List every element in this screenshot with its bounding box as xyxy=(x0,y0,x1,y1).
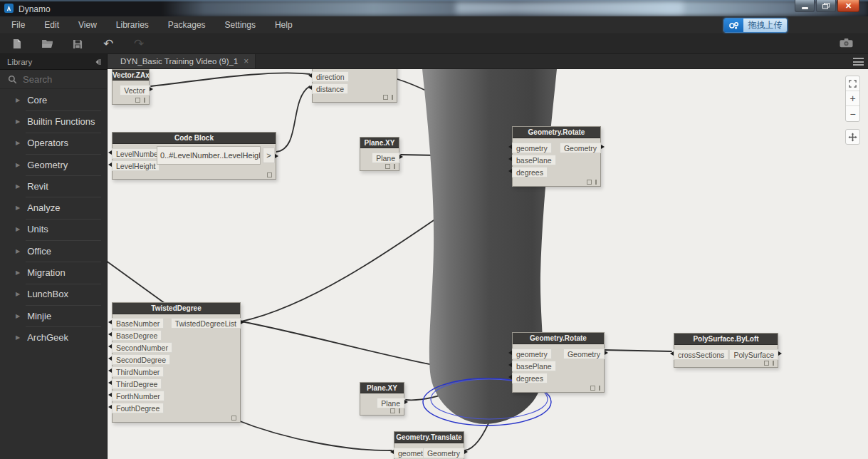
sidebar-item-archgeek[interactable]: ▶ArchGeek xyxy=(0,326,107,348)
zoom-in-button[interactable]: + xyxy=(846,91,859,106)
menu-settings[interactable]: Settings xyxy=(225,20,256,30)
sidebar-item-office[interactable]: ▶Office xyxy=(0,240,107,262)
node-translate-top[interactable]: directiondistance xyxy=(312,69,397,103)
sidebar-item-migration[interactable]: ▶Migration xyxy=(0,262,107,283)
open-button[interactable] xyxy=(41,38,53,51)
code-block-output-port[interactable]: > xyxy=(263,148,275,163)
preview-toggle-icon[interactable] xyxy=(764,361,769,366)
input-port[interactable]: FouthDegree xyxy=(112,401,172,412)
input-port[interactable]: ForthNumber xyxy=(112,389,172,400)
node-geometry-rotate-2[interactable]: Geometry.Rotate geometrybasePlanedegrees… xyxy=(512,332,605,393)
input-port[interactable]: geometry xyxy=(512,347,556,358)
dynamo-logo-icon xyxy=(4,3,14,16)
output-port[interactable]: Plane xyxy=(377,396,404,407)
wire[interactable] xyxy=(151,73,310,86)
undo-button[interactable]: ↶ xyxy=(102,38,115,51)
input-port[interactable]: direction xyxy=(312,70,349,81)
output-port[interactable]: Geometry xyxy=(563,347,605,358)
wire[interactable] xyxy=(604,350,671,351)
pan-button[interactable] xyxy=(845,129,860,145)
menu-file[interactable]: File xyxy=(11,20,25,30)
port-label: Vector xyxy=(120,85,150,96)
search-input[interactable] xyxy=(23,74,94,85)
node-code-block[interactable]: Code Block LevelNumberLevelHeight 0..#Le… xyxy=(112,132,276,180)
input-port[interactable]: SecondDegree xyxy=(112,353,172,363)
input-port[interactable]: crossSections xyxy=(674,348,728,359)
input-port[interactable]: BaseDegree xyxy=(112,329,172,339)
wire[interactable] xyxy=(276,86,310,152)
wire[interactable] xyxy=(234,419,392,450)
node-footer xyxy=(764,361,774,366)
zoom-out-button[interactable]: − xyxy=(846,106,859,121)
node-vector-zaxis[interactable]: Vector.ZAxis Vector xyxy=(112,69,150,105)
preview-toggle-icon[interactable] xyxy=(231,416,236,421)
library-panel-title: Library xyxy=(7,58,94,66)
sidebar-item-units[interactable]: ▶Units xyxy=(0,219,107,240)
input-port[interactable]: distance xyxy=(312,82,349,93)
close-button[interactable]: ✕ xyxy=(837,0,859,12)
input-port[interactable]: basePlane xyxy=(512,153,556,164)
input-port[interactable]: SecondNumber xyxy=(112,341,172,351)
node-geometry-rotate-1[interactable]: Geometry.Rotate geometrybasePlanedegrees… xyxy=(512,126,601,187)
node-twisted-degree[interactable]: TwistedDegree BaseNumberBaseDegreeSecond… xyxy=(112,302,241,423)
output-port[interactable]: PolySurface xyxy=(729,348,778,359)
preview-toggle-icon[interactable] xyxy=(135,98,140,103)
input-port[interactable]: degrees xyxy=(512,371,556,382)
collapse-panel-icon[interactable] xyxy=(94,56,101,68)
node-plane-xy-2[interactable]: Plane.XY Plane xyxy=(360,382,404,416)
port-label: Plane xyxy=(377,398,404,408)
node-title: TwistedDegree xyxy=(113,303,240,314)
export-image-button[interactable] xyxy=(840,38,853,51)
input-port[interactable]: BaseNumber xyxy=(112,316,172,327)
fit-view-button[interactable] xyxy=(846,76,859,91)
menu-libraries[interactable]: Libraries xyxy=(116,20,149,30)
drag-upload-button[interactable]: 拖拽上传 xyxy=(743,19,787,32)
preview-toggle-icon[interactable] xyxy=(383,95,388,100)
input-port[interactable]: degrees xyxy=(512,165,556,176)
sidebar-item-geometry[interactable]: ▶Geometry xyxy=(0,154,107,175)
input-port[interactable]: basePlane xyxy=(512,359,556,370)
preview-toggle-icon[interactable] xyxy=(590,386,595,391)
menu-edit[interactable]: Edit xyxy=(44,20,59,30)
sidebar-item-lunchbox[interactable]: ▶LunchBox xyxy=(0,284,107,305)
preview-toggle-icon[interactable] xyxy=(390,408,395,413)
menu-packages[interactable]: Packages xyxy=(168,20,206,30)
preview-toggle-icon[interactable] xyxy=(385,164,390,169)
close-tab-icon[interactable]: × xyxy=(244,57,249,66)
sidebar-item-builtin-functions[interactable]: ▶Builtin Functions xyxy=(0,110,107,132)
input-port[interactable]: geometry xyxy=(512,141,556,152)
save-button[interactable] xyxy=(71,38,84,51)
sidebar-item-operators[interactable]: ▶Operators xyxy=(0,133,107,154)
preview-toggle-icon[interactable] xyxy=(267,172,272,177)
menu-help[interactable]: Help xyxy=(275,20,293,30)
input-port[interactable]: ThirdNumber xyxy=(112,365,172,376)
workspace-menu-icon[interactable] xyxy=(853,58,864,66)
preview-toggle-icon[interactable] xyxy=(587,180,592,185)
wire[interactable] xyxy=(108,259,170,307)
node-polysurface-byloft[interactable]: PolySurface.ByLoft crossSections PolySur… xyxy=(674,333,778,368)
input-port[interactable]: ThirdDegree xyxy=(112,377,172,388)
output-port[interactable]: Vector xyxy=(120,83,150,94)
restore-button[interactable] xyxy=(816,0,836,12)
sidebar-item-analyze[interactable]: ▶Analyze xyxy=(0,197,107,218)
tab-dyn-basic-training[interactable]: DYN_Basic Training Video (9)_1 × xyxy=(108,54,256,68)
save-icon xyxy=(73,39,83,49)
code-block-editor[interactable]: 0..#LevelNumber..LevelHeight; xyxy=(157,146,261,165)
output-port[interactable]: Plane xyxy=(372,151,399,162)
redo-button[interactable]: ↷ xyxy=(132,38,145,51)
new-file-button[interactable] xyxy=(10,38,23,51)
sidebar-item-core[interactable]: ▶Core xyxy=(0,89,107,110)
menu-view[interactable]: View xyxy=(78,20,97,30)
sidebar-item-minjie[interactable]: ▶Minjie xyxy=(0,305,107,326)
share-upload-button[interactable] xyxy=(724,19,743,32)
node-canvas[interactable]: Vector.ZAxis Vector directiondistance Co… xyxy=(108,69,868,459)
output-port[interactable]: TwistedDegreeList xyxy=(171,316,241,327)
output-port[interactable]: Geometry xyxy=(423,446,464,457)
node-plane-xy-1[interactable]: Plane.XY Plane xyxy=(360,137,399,171)
node-geometry-translate[interactable]: Geometry.Translate geometry Geometry xyxy=(394,431,464,459)
minimize-button[interactable] xyxy=(795,0,815,12)
chevron-right-icon: ▶ xyxy=(16,248,20,254)
sidebar-item-revit[interactable]: ▶Revit xyxy=(0,175,107,197)
port-label: distance xyxy=(312,83,348,94)
output-port[interactable]: Geometry xyxy=(560,141,601,152)
